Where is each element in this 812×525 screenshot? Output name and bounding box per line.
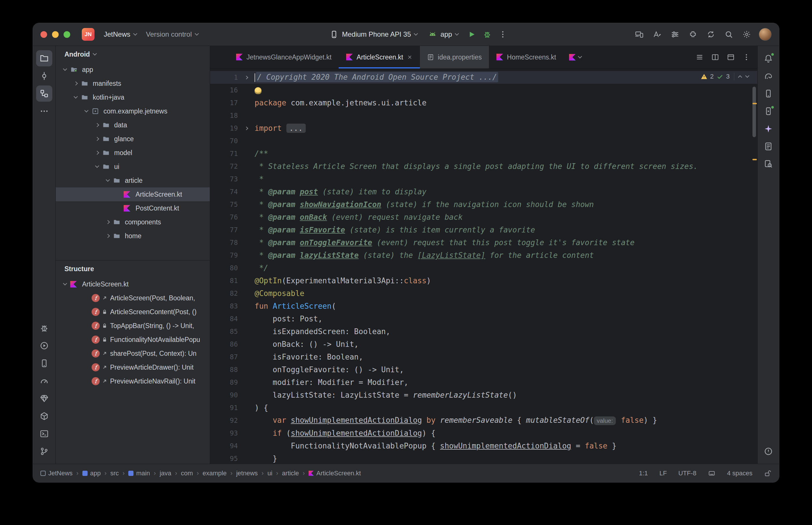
ai-assistant-button[interactable] — [650, 27, 664, 41]
code-line[interactable]: 18 — [210, 109, 757, 122]
structure-tree-item[interactable]: ArticleScreenContent(Post, () — [56, 305, 210, 319]
encoding-widget[interactable]: UTF-8 — [679, 469, 696, 477]
gemini-tool-button[interactable] — [760, 121, 777, 137]
logcat-tool-button[interactable] — [36, 320, 52, 336]
device-manager-tool-button[interactable] — [760, 86, 777, 102]
close-icon[interactable] — [407, 54, 413, 60]
breadcrumb-item[interactable]: ui — [267, 469, 272, 477]
version-control-tool-button[interactable] — [36, 443, 52, 460]
zoom-window-button[interactable] — [63, 31, 70, 38]
code-line[interactable]: 19import ... — [210, 122, 757, 135]
breadcrumb-item[interactable]: com — [181, 469, 193, 477]
indent-widget[interactable]: 4 spaces — [727, 469, 752, 477]
code-line[interactable]: 95 } — [210, 452, 757, 464]
project-tree-item[interactable]: model — [56, 146, 210, 160]
code-line[interactable]: 72 * Stateless Article Screen that displ… — [210, 160, 757, 173]
readonly-toggle[interactable] — [764, 469, 771, 477]
code-line[interactable]: 85 isExpandedScreen: Boolean, — [210, 325, 757, 338]
user-avatar[interactable] — [759, 28, 771, 41]
run-button[interactable] — [465, 27, 478, 41]
running-devices-tool-button[interactable] — [760, 103, 777, 119]
editor-tab[interactable]: JetnewsGlanceAppWidget.kt — [228, 46, 339, 69]
close-window-button[interactable] — [41, 31, 47, 38]
breadcrumb-item[interactable]: JetNews — [41, 469, 73, 477]
code-line[interactable]: 75 * @param showNavigationIcon (state) i… — [210, 198, 757, 211]
editor-mode-widget[interactable] — [708, 469, 715, 477]
code-line[interactable]: 86 onBack: () -> Unit, — [210, 338, 757, 350]
settings-button[interactable] — [740, 27, 754, 41]
structure-tree-item[interactable]: ArticleScreen.kt — [56, 277, 210, 291]
notifications-tool-button[interactable] — [760, 50, 777, 66]
code-line[interactable]: 76 * @param onBack (event) request navig… — [210, 211, 757, 224]
vcs-widget[interactable]: Version control — [141, 27, 203, 41]
tree-chevron[interactable] — [103, 221, 113, 224]
editor-tab[interactable]: HomeScreens.kt — [489, 46, 563, 69]
breadcrumb-item[interactable]: jetnews — [236, 469, 258, 477]
warning-stripe-mark[interactable] — [752, 103, 757, 104]
app-quality-insights-tool-button[interactable] — [36, 390, 52, 407]
structure-tree-item[interactable]: ArticleScreen(Post, Boolean, — [56, 291, 210, 305]
tree-chevron[interactable] — [71, 96, 81, 99]
code-line[interactable]: 87 isFavorite: Boolean, — [210, 350, 757, 363]
caret-position-widget[interactable]: 1:1 — [639, 469, 648, 477]
code-line[interactable]: 71/** — [210, 147, 757, 160]
minimize-window-button[interactable] — [52, 31, 59, 38]
code-editor[interactable]: 1/ Copyright 2020 The Android Open Sourc… — [210, 69, 757, 464]
structure-tool-button[interactable] — [36, 86, 52, 102]
tree-chevron[interactable] — [71, 82, 81, 85]
code-line[interactable]: 83fun ArticleScreen( — [210, 300, 757, 313]
previous-problem-button[interactable] — [738, 75, 742, 79]
structure-tree-item[interactable]: PreviewArticleDrawer(): Unit — [56, 360, 210, 374]
project-tree-item[interactable]: home — [56, 229, 210, 243]
code-line[interactable]: 88 onToggleFavorite: () -> Unit, — [210, 363, 757, 376]
code-line[interactable]: 90 lazyListState: LazyListState = rememb… — [210, 389, 757, 401]
project-tree-item[interactable]: app — [56, 63, 210, 76]
fold-indicator[interactable] — [238, 127, 254, 130]
code-line[interactable]: 80 */ — [210, 261, 757, 274]
gradle-tool-button[interactable] — [760, 68, 777, 84]
tree-chevron[interactable] — [103, 179, 113, 182]
problems-tool-button[interactable] — [760, 443, 777, 460]
main-menu-button[interactable] — [668, 27, 682, 41]
device-explorer-tool-button[interactable] — [36, 355, 52, 371]
next-problem-button[interactable] — [745, 74, 749, 78]
code-line[interactable]: 1/ Copyright 2020 The Android Open Sourc… — [210, 71, 757, 84]
project-selector[interactable]: JetNews — [99, 27, 141, 41]
plugins-button[interactable] — [686, 27, 700, 41]
debug-button[interactable] — [480, 27, 494, 41]
code-line[interactable]: 92 var showUnimplementedActionDialog by … — [210, 414, 757, 427]
run-tool-button[interactable] — [36, 338, 52, 354]
code-line[interactable]: 81@OptIn(ExperimentalMaterial3Api::class… — [210, 274, 757, 287]
structure-tree-item[interactable]: sharePost(Post, Context): Un — [56, 347, 210, 360]
breadcrumb-item[interactable]: ArticleScreen.kt — [309, 469, 361, 477]
code-line[interactable]: 16 — [210, 84, 757, 96]
commit-tool-button[interactable] — [36, 68, 52, 84]
project-view-selector[interactable]: Android — [56, 46, 210, 63]
breadcrumb-item[interactable]: article — [282, 469, 299, 477]
split-editor-button[interactable] — [709, 51, 722, 63]
preview-layout-button[interactable] — [724, 51, 737, 63]
device-mirroring-button[interactable] — [632, 27, 646, 41]
editor-scrollbar[interactable] — [752, 87, 756, 137]
tree-chevron[interactable] — [92, 151, 102, 154]
more-run-actions-button[interactable] — [496, 27, 510, 41]
project-tree-item[interactable]: PostContent.kt — [56, 201, 210, 215]
terminal-tool-button[interactable] — [36, 426, 52, 442]
code-line[interactable]: 77 * @param isFavorite (state) is this i… — [210, 224, 757, 236]
warning-stripe-mark[interactable] — [752, 159, 757, 160]
structure-tree-item[interactable]: FunctionalityNotAvailablePopu — [56, 333, 210, 347]
structure-tree-item[interactable]: PreviewArticleNavRail(): Unit — [56, 374, 210, 388]
code-line[interactable]: 73 * — [210, 173, 757, 185]
code-line[interactable]: 79 * @param lazyListState (state) the [L… — [210, 249, 757, 261]
hidden-tabs-selector[interactable] — [563, 46, 587, 69]
editor-tab[interactable]: idea.properties — [420, 46, 489, 69]
project-tree-item[interactable]: ui — [56, 160, 210, 174]
project-tree-item[interactable]: glance — [56, 132, 210, 146]
tree-chevron[interactable] — [103, 235, 113, 237]
fold-indicator[interactable] — [238, 76, 254, 79]
code-line[interactable]: 82@Composable — [210, 287, 757, 300]
search-everywhere-button[interactable] — [722, 27, 736, 41]
project-tree-item[interactable]: manifests — [56, 76, 210, 90]
breadcrumb-item[interactable]: example — [203, 469, 226, 477]
build-tool-button[interactable] — [36, 408, 52, 424]
